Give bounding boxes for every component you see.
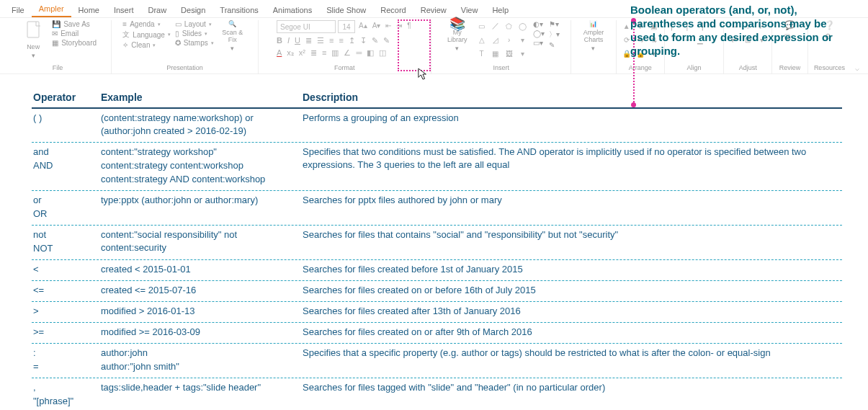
tab-insert[interactable]: Insert (107, 4, 141, 17)
tab-help[interactable]: Help (485, 4, 516, 17)
ribbon-collapse-icon[interactable]: ⌵ (851, 64, 864, 73)
shrink-font-icon[interactable]: A▾ (371, 20, 382, 33)
rect-drop-icon[interactable]: ▭▾ (533, 39, 545, 47)
more-bullets-icon[interactable]: ≣ (310, 48, 317, 58)
save-as-button[interactable]: 💾Save As (52, 20, 97, 28)
group-ampler-charts: 📊 Ampler Charts ▾ (571, 20, 616, 73)
status-circle-icon[interactable]: ◯▾ (533, 30, 545, 37)
group-adjust-label: Adjust (739, 64, 757, 72)
tab-design[interactable]: Design (174, 4, 212, 17)
grow-font-icon[interactable]: A▴ (357, 20, 369, 33)
font-color-icon[interactable]: A (277, 48, 282, 58)
new-file-icon (25, 20, 41, 42)
shape-chevron-icon[interactable]: › (504, 34, 515, 45)
shape-text-icon[interactable]: T (476, 48, 488, 59)
paragraph-icon[interactable]: ¶ (406, 20, 412, 33)
shape-fill-icon[interactable]: ◧ (367, 48, 374, 58)
shape-table-icon[interactable]: ▦ (490, 48, 501, 59)
layout-button[interactable]: ▭Layout▾ (175, 20, 214, 28)
font-name-selector[interactable]: Segoe UI (277, 20, 336, 33)
cell-operator: ,"[phrase]" (32, 378, 99, 410)
bracket-icon[interactable]: 〉▾ (549, 30, 560, 40)
line-weight-icon[interactable]: ═ (356, 48, 362, 58)
tab-review[interactable]: Review (413, 4, 454, 17)
tab-record[interactable]: Record (373, 4, 413, 17)
shape-diag-icon[interactable]: ◿ (490, 34, 501, 45)
group-review-label: Review (779, 64, 801, 72)
tab-ampler[interactable]: Ampler (32, 2, 71, 17)
note-icon[interactable]: ✎ (549, 41, 560, 49)
svg-rect-0 (27, 22, 39, 37)
stamps-button[interactable]: ✪Stamps▾ (175, 39, 214, 47)
callout-box: Boolean operators (and, or, not), parent… (620, 0, 851, 58)
shape-outline-icon[interactable]: ◫ (379, 48, 386, 58)
bullets-icon[interactable]: ≣ (305, 36, 312, 45)
shape-line-icon[interactable]: ／ (490, 20, 501, 32)
shape-gallery[interactable]: ▭ ／ ⬠ ◯ △ ◿ › ▾ T ▦ 🖼 ▾ (476, 20, 529, 59)
shape-rect-icon[interactable]: ▭ (476, 20, 488, 32)
shape-circle-icon[interactable]: ◯ (517, 20, 529, 32)
cell-description: Searches for files created before 1st of… (301, 260, 842, 280)
numbering-icon[interactable]: ☰ (317, 36, 324, 45)
cell-description: Searches for files created on or after 9… (301, 323, 842, 343)
ampler-charts-button[interactable]: 📊 Ampler Charts ▾ (579, 20, 608, 52)
email-button[interactable]: ✉Email (52, 30, 97, 37)
underline-icon[interactable]: U (295, 36, 300, 45)
cell-example: author:johnauthor:"john smith" (99, 344, 301, 378)
pen-icon[interactable]: ✎ (372, 36, 378, 45)
align-center-icon[interactable]: ≡ (339, 36, 343, 45)
pen2-icon[interactable]: ✎ (383, 36, 390, 45)
col-operator: Operator (32, 89, 99, 107)
shape-image-icon[interactable]: 🖼 (504, 48, 515, 59)
new-button[interactable]: New ▾ (19, 20, 48, 59)
slides-button[interactable]: ▯Slides▾ (175, 30, 214, 37)
tab-slide-show[interactable]: Slide Show (319, 4, 373, 17)
line-down-icon[interactable]: ↧ (360, 36, 367, 45)
language-button[interactable]: 文Language▾ (122, 30, 171, 40)
tab-transitions[interactable]: Transitions (212, 4, 265, 17)
group-insert: 📚 My Library ▾ ▭ ／ ⬠ ◯ △ ◿ › ▾ T ▦ 🖼 ▾ (431, 20, 572, 73)
fill-icon[interactable]: ▥ (331, 48, 339, 58)
cell-description: Searches for files created on or before … (301, 281, 842, 301)
cell-example: content:"strategy workshop"content:strat… (99, 143, 301, 190)
indent-left-icon[interactable]: ⇤ (384, 20, 393, 33)
shape-more2-icon[interactable]: ▾ (517, 48, 529, 59)
cell-operator: < (32, 260, 99, 280)
tab-animations[interactable]: Animations (266, 4, 319, 17)
cell-example: created < 2015-01-01 (99, 260, 301, 280)
storyboard-button[interactable]: ▦Storyboard (52, 39, 97, 47)
group-align-label: Align (686, 64, 701, 72)
stamps-icon: ✪ (175, 39, 181, 47)
cell-description: Performs a grouping of an expression (301, 109, 842, 142)
flag-icon[interactable]: ⚑▾ (549, 20, 560, 28)
shape-more-icon[interactable]: ▾ (517, 34, 529, 45)
bold-icon[interactable]: B (277, 36, 282, 45)
sup-icon[interactable]: x² (299, 48, 305, 58)
indent-right-icon[interactable]: ⇥ (395, 20, 403, 33)
group-presentation-label: Presentation (166, 64, 203, 72)
scan-fix-button[interactable]: 🔍 Scan & Fix ▾ (218, 20, 247, 52)
more-align-icon[interactable]: ≡ (322, 48, 326, 58)
language-icon: 文 (122, 30, 130, 40)
align-left-icon[interactable]: ≡ (329, 36, 334, 45)
angle-icon[interactable]: ∠ (344, 48, 351, 58)
shape-pentagon-icon[interactable]: ⬠ (504, 20, 515, 32)
cell-operator: > (32, 302, 99, 322)
clean-button[interactable]: ✧Clean▾ (122, 41, 171, 49)
tab-home[interactable]: Home (71, 4, 107, 17)
agenda-button[interactable]: ≡Agenda▾ (122, 20, 171, 28)
language-label: Language (133, 31, 165, 39)
tab-draw[interactable]: Draw (140, 4, 174, 17)
font-size-selector[interactable]: 14 (338, 20, 355, 33)
sub-icon[interactable]: x₂ (287, 48, 294, 58)
tab-file[interactable]: File (4, 4, 32, 17)
table-row: >=modified >= 2016-03-09Searches for fil… (32, 323, 842, 344)
italic-icon[interactable]: I (287, 36, 290, 45)
shape-triangle-icon[interactable]: △ (476, 34, 488, 45)
my-library-button[interactable]: 📚 My Library ▾ (443, 20, 472, 52)
line-up-icon[interactable]: ↥ (349, 36, 355, 45)
tab-view[interactable]: View (454, 4, 486, 17)
callout-dot-end (631, 102, 636, 107)
layout-icon: ▭ (175, 20, 182, 28)
harvey-ball-icon[interactable]: ◐▾ (533, 20, 545, 28)
